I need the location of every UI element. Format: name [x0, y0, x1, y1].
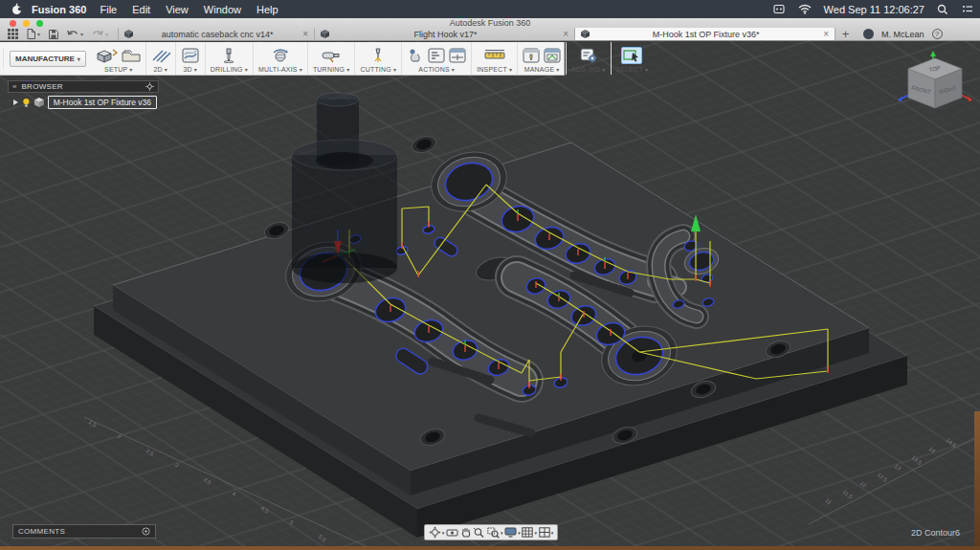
collapse-panel-icon[interactable]: « — [12, 82, 16, 91]
user-name[interactable]: M. McLean — [881, 30, 924, 39]
group-label[interactable]: MANAGE — [524, 66, 555, 73]
comments-label: COMMENTS — [18, 527, 142, 536]
wifi-icon[interactable] — [798, 4, 812, 14]
zoom-tool[interactable] — [473, 527, 485, 539]
dropdown-caret-icon[interactable]: ▾ — [300, 66, 302, 73]
new-setup-icon[interactable] — [97, 48, 118, 63]
group-label[interactable]: 2D — [154, 66, 163, 73]
toolbar-group-cutting: CUTTING▾ — [355, 42, 402, 75]
tab-automatic-caseback[interactable]: automatic caseback cnc v14* × — [118, 28, 314, 40]
tool-library-icon[interactable] — [523, 48, 540, 63]
toolbar-group-select: SELECT▾ — [612, 42, 654, 75]
setup-folder-icon[interactable] — [122, 48, 141, 63]
display-settings-tool[interactable]: ▾ — [504, 527, 521, 538]
group-label[interactable]: CUTTING — [360, 66, 391, 73]
orbit-tool[interactable]: ▾ — [429, 526, 445, 539]
drilling-icon[interactable] — [221, 48, 236, 63]
group-label[interactable]: 3D — [184, 66, 192, 73]
dropdown-caret-icon[interactable]: ▾ — [245, 66, 248, 73]
2d-milling-icon[interactable] — [151, 48, 170, 63]
group-label[interactable]: ACTIONS — [418, 66, 450, 73]
dropdown-caret-icon[interactable]: ▾ — [393, 66, 396, 73]
document-tab-strip: ▾ ▾ ▾ automatic caseback cnc v14* × Flig… — [0, 28, 980, 41]
add-ins-icon[interactable] — [580, 48, 597, 63]
toolbar-group-multiaxis: MULTI-AXIS▾ — [254, 42, 308, 75]
data-panel-icon[interactable] — [8, 29, 18, 39]
zoom-window-tool[interactable]: ▾ — [487, 527, 503, 539]
dropdown-caret-icon[interactable]: ▾ — [551, 530, 554, 536]
viewports-tool[interactable]: ▾ — [539, 527, 554, 538]
toolbar-grip-handle[interactable] — [3, 48, 4, 69]
browser-root-row[interactable]: M-Hook 1st OP Fixture v36 — [8, 93, 159, 109]
cutting-icon[interactable] — [370, 48, 386, 63]
close-icon[interactable]: × — [563, 29, 568, 39]
workspace-selector[interactable]: MANUFACTURE ▾ — [10, 51, 86, 67]
multi-axis-icon[interactable] — [271, 48, 290, 63]
file-menu-button[interactable]: ▾ — [27, 29, 40, 39]
dropdown-caret-icon[interactable]: ▾ — [501, 530, 503, 536]
setup-sheet-icon[interactable] — [449, 48, 466, 63]
spotlight-search-icon[interactable] — [937, 4, 948, 15]
post-process-icon[interactable] — [428, 48, 445, 63]
notification-center-icon[interactable] — [962, 4, 973, 14]
fusion-document-icon — [581, 30, 590, 38]
dropdown-caret-icon[interactable]: ▾ — [645, 66, 648, 73]
group-label[interactable]: MULTI-AXIS — [258, 66, 298, 73]
redo-button[interactable]: ▾ — [92, 30, 108, 39]
group-label[interactable]: ADD-INS — [571, 66, 600, 73]
tab-flight-hook[interactable]: Flight Hook v17* × — [314, 28, 574, 40]
expand-arrow-icon[interactable] — [13, 99, 18, 105]
menu-view[interactable]: View — [166, 4, 189, 15]
menu-window[interactable]: Window — [204, 4, 241, 15]
comments-bar[interactable]: COMMENTS — [12, 524, 156, 539]
machine-library-icon[interactable] — [544, 48, 561, 63]
dropdown-caret-icon[interactable]: ▾ — [518, 530, 521, 536]
dropdown-caret-icon[interactable]: ▾ — [452, 66, 455, 73]
grid-layout-tool[interactable]: ▾ — [522, 527, 537, 538]
turning-icon[interactable] — [322, 48, 341, 63]
tab-m-hook-fixture[interactable]: M-Hook 1st OP Fixture v36* × — [574, 28, 835, 40]
menu-edit[interactable]: Edit — [132, 4, 150, 15]
menu-file[interactable]: File — [100, 4, 117, 15]
job-status-icon[interactable] — [863, 29, 874, 39]
group-label[interactable]: SELECT — [616, 66, 643, 73]
dropdown-caret-icon[interactable]: ▾ — [442, 530, 445, 536]
dropdown-caret-icon[interactable]: ▾ — [346, 66, 349, 73]
3d-milling-icon[interactable] — [181, 48, 200, 63]
menu-help[interactable]: Help — [256, 4, 278, 15]
simulate-icon[interactable] — [407, 48, 424, 63]
group-label[interactable]: SETUP — [104, 66, 127, 73]
browser-root-item[interactable]: M-Hook 1st OP Fixture v36 — [48, 96, 157, 109]
browser-header[interactable]: « BROWSER — [8, 80, 159, 93]
save-icon[interactable] — [49, 30, 58, 39]
dropdown-caret-icon[interactable]: ▾ — [534, 530, 537, 536]
dropdown-caret-icon[interactable]: ▾ — [165, 66, 167, 73]
group-label[interactable]: DRILLING — [211, 66, 243, 73]
new-tab-button[interactable]: + — [835, 28, 856, 40]
dropdown-caret-icon[interactable]: ▾ — [602, 66, 605, 73]
dropdown-caret-icon[interactable]: ▾ — [129, 66, 132, 73]
toolbar-group-setup: SETUP▾ — [92, 42, 146, 75]
select-tool-icon[interactable] — [621, 47, 642, 64]
group-label[interactable]: TURNING — [313, 66, 345, 73]
apple-menu[interactable] — [11, 3, 22, 15]
gear-icon[interactable] — [145, 82, 154, 91]
dropdown-caret-icon[interactable]: ▾ — [509, 66, 512, 73]
group-label[interactable]: INSPECT — [477, 66, 507, 73]
help-button[interactable]: ? — [932, 29, 943, 39]
look-at-tool[interactable] — [446, 528, 458, 538]
measure-icon[interactable] — [484, 49, 505, 62]
close-icon[interactable]: × — [823, 29, 829, 39]
menubar-clock[interactable]: Wed Sep 11 12:06:27 — [824, 4, 924, 15]
pan-tool[interactable] — [460, 527, 472, 539]
dropdown-caret-icon[interactable]: ▾ — [556, 66, 559, 73]
dropdown-caret-icon[interactable]: ▾ — [194, 66, 197, 73]
ribbon-toolbar: MANUFACTURE ▾ SETUP▾ 2D▾ 3D▾ DRILLING▾ M… — [0, 42, 565, 76]
visibility-bulb-icon[interactable] — [22, 98, 31, 108]
undo-button[interactable]: ▾ — [67, 30, 83, 39]
menu-app-name[interactable]: Fusion 360 — [32, 4, 86, 15]
view-cube[interactable]: TOP FRONT RIGHT — [898, 51, 972, 120]
close-icon[interactable]: × — [302, 29, 308, 39]
input-status-icon[interactable] — [773, 4, 785, 14]
viewport-canvas[interactable]: 1.5 2 2.5 3 3.5 4 4.5 5 5.5 11 11.5 12 1… — [0, 41, 980, 546]
